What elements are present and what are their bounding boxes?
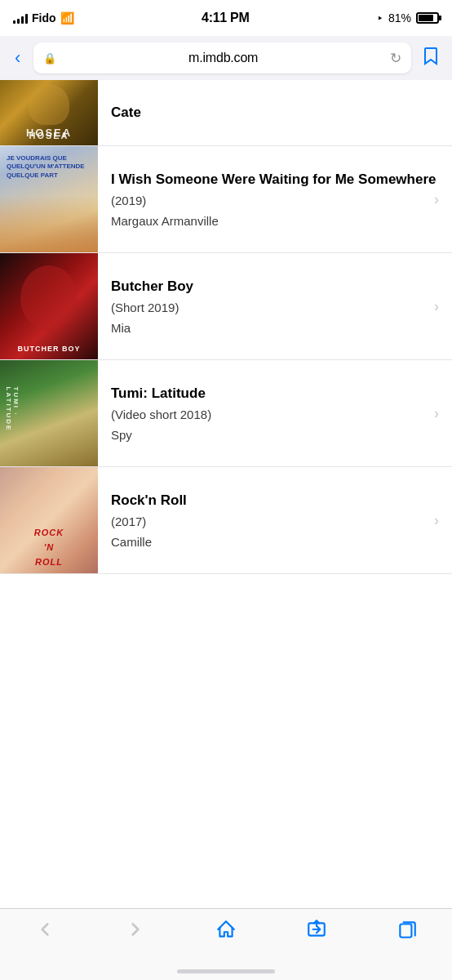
- signal-bars: [13, 12, 28, 24]
- list-item[interactable]: Je Voudrais Que Quelqu'un M'attende Quel…: [0, 146, 452, 253]
- lock-icon: 🔒: [43, 52, 56, 65]
- movie-title: I Wish Someone Were Waiting for Me Somew…: [111, 171, 439, 189]
- poster-label: HOSEA: [0, 131, 98, 140]
- forward-nav-button[interactable]: [112, 919, 159, 940]
- bookmark-button[interactable]: [419, 43, 442, 74]
- battery-indicator: [416, 12, 439, 24]
- chevron-right-icon: ›: [434, 405, 439, 422]
- movie-year: (Video short 2018): [111, 408, 439, 421]
- home-button[interactable]: [202, 919, 250, 940]
- movie-poster: BUTCHER BOY: [0, 253, 98, 359]
- movie-info: Cate: [98, 80, 452, 145]
- movie-year: (Short 2019): [111, 301, 439, 314]
- address-bar[interactable]: 🔒 m.imdb.com ↻: [33, 42, 411, 74]
- movie-info: Rock'n Roll (2017) Camille: [98, 467, 452, 573]
- movie-poster: TUMI · LATITUDE: [0, 360, 98, 466]
- tabs-button[interactable]: [383, 919, 431, 940]
- carrier-label: Fido: [32, 11, 56, 24]
- movie-year: (2017): [111, 514, 439, 528]
- movie-title: Rock'n Roll: [111, 492, 439, 510]
- movie-title: Cate: [111, 105, 141, 121]
- scroll-indicator: [177, 969, 275, 973]
- chevron-right-icon: ›: [434, 512, 439, 529]
- poster-overlay-text: Je Voudrais Que Quelqu'un M'attende Quel…: [7, 154, 91, 180]
- movie-info: Butcher Boy (Short 2019) Mia: [98, 253, 452, 359]
- poster-overlay-text: BUTCHER BOY: [0, 345, 98, 353]
- list-item[interactable]: Rock'nRoll Rock'n Roll (2017) Camille ›: [0, 467, 452, 574]
- movie-info: Tumi: Latitude (Video short 2018) Spy: [98, 360, 452, 466]
- time-display: 4:11 PM: [202, 11, 249, 25]
- movie-title: Butcher Boy: [111, 278, 439, 296]
- poster-overlay-text: TUMI · LATITUDE: [5, 387, 20, 440]
- status-right: ‣ 81%: [377, 11, 439, 24]
- list-item[interactable]: HOSEA Cate: [0, 80, 452, 146]
- list-item[interactable]: BUTCHER BOY Butcher Boy (Short 2019) Mia…: [0, 253, 452, 360]
- movie-poster: Rock'nRoll: [0, 467, 98, 573]
- share-button[interactable]: [293, 919, 340, 940]
- movie-role: Margaux Armanville: [111, 214, 439, 228]
- location-icon: ‣: [377, 12, 383, 24]
- chevron-right-icon: ›: [434, 298, 439, 315]
- movie-title: Tumi: Latitude: [111, 385, 439, 403]
- reload-icon[interactable]: ↻: [390, 50, 401, 67]
- browser-chrome: ‹ 🔒 m.imdb.com ↻: [0, 36, 452, 80]
- svg-rect-1: [400, 924, 411, 938]
- movie-info: I Wish Someone Were Waiting for Me Somew…: [98, 146, 452, 252]
- chevron-right-icon: ›: [434, 191, 439, 208]
- movie-role: Mia: [111, 321, 439, 335]
- movie-poster: HOSEA: [0, 80, 98, 145]
- content-area: HOSEA Cate Je Voudrais Que Quelqu'un M'a…: [0, 80, 452, 656]
- url-text: m.imdb.com: [61, 51, 385, 65]
- wifi-icon: 📶: [60, 11, 74, 24]
- back-nav-button[interactable]: [21, 919, 69, 940]
- poster-overlay-text: Rock'nRoll: [0, 524, 98, 568]
- list-item[interactable]: TUMI · LATITUDE Tumi: Latitude (Video sh…: [0, 360, 452, 467]
- movie-role: Camille: [111, 535, 439, 549]
- status-bar: Fido 📶 4:11 PM ‣ 81%: [0, 0, 452, 36]
- movie-poster: Je Voudrais Que Quelqu'un M'attende Quel…: [0, 146, 98, 252]
- movie-year: (2019): [111, 194, 439, 207]
- back-button[interactable]: ‹: [10, 44, 25, 72]
- battery-percent: 81%: [388, 11, 411, 24]
- movie-role: Spy: [111, 428, 439, 442]
- status-left: Fido 📶: [13, 11, 74, 24]
